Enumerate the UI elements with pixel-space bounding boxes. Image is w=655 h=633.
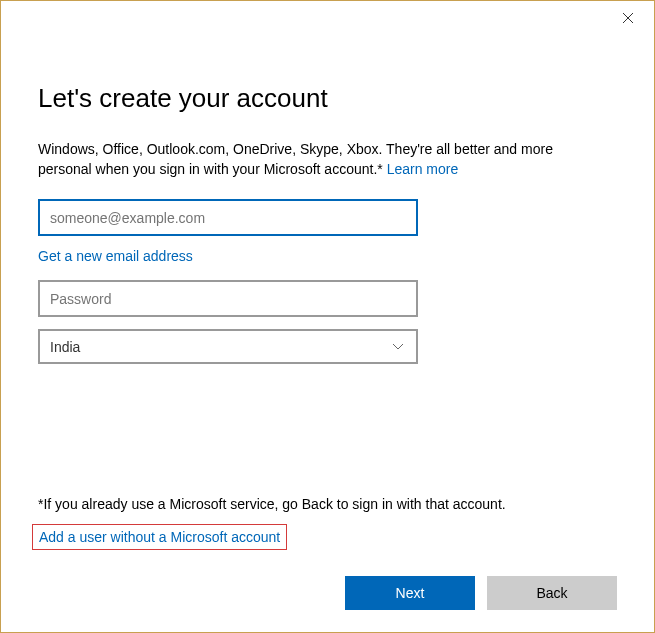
add-user-without-ms-account-link[interactable]: Add a user without a Microsoft account xyxy=(32,524,287,550)
footnote-text: *If you already use a Microsoft service,… xyxy=(38,496,617,512)
learn-more-link[interactable]: Learn more xyxy=(387,161,459,177)
button-row: Next Back xyxy=(38,576,617,610)
description-text: Windows, Office, Outlook.com, OneDrive, … xyxy=(38,140,578,179)
email-field[interactable] xyxy=(38,199,418,236)
close-button[interactable] xyxy=(610,5,646,33)
chevron-down-icon xyxy=(392,343,404,351)
description-body: Windows, Office, Outlook.com, OneDrive, … xyxy=(38,141,553,177)
signup-form: Get a new email address India xyxy=(38,199,418,364)
get-new-email-link[interactable]: Get a new email address xyxy=(38,248,418,264)
password-field[interactable] xyxy=(38,280,418,317)
page-title: Let's create your account xyxy=(38,83,617,114)
close-icon xyxy=(622,11,634,27)
back-button[interactable]: Back xyxy=(487,576,617,610)
country-select-value: India xyxy=(50,339,80,355)
next-button[interactable]: Next xyxy=(345,576,475,610)
country-select[interactable]: India xyxy=(38,329,418,364)
